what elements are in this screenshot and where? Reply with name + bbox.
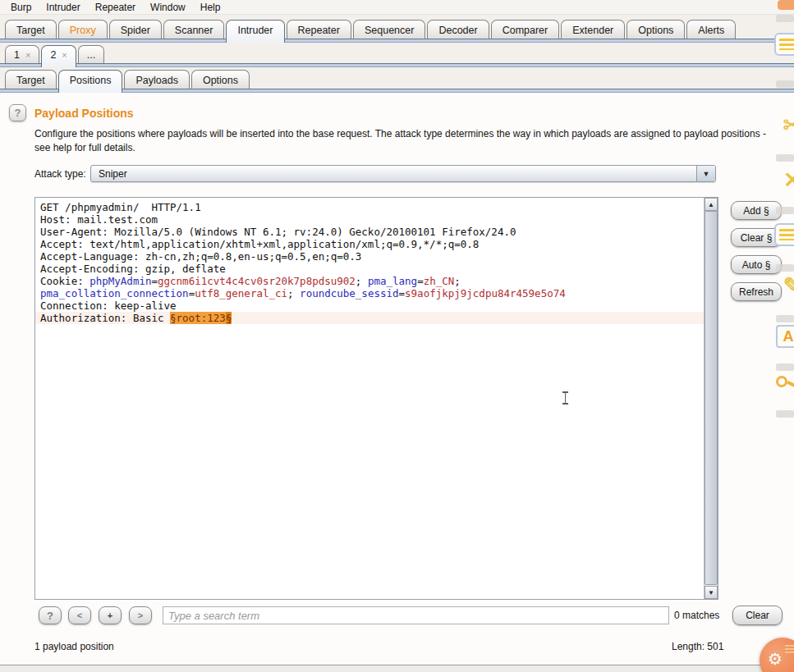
key-icon[interactable] [776,376,794,391]
search-next-button[interactable]: > [129,606,152,624]
menu-bar: BurpIntruderRepeaterWindowHelp [0,0,794,15]
auto-marker-button[interactable]: Auto § [731,255,782,274]
key-ring [776,376,787,387]
tab-decoder[interactable]: Decoder [427,20,489,39]
payload-marker: §root:123 [170,312,226,324]
tab-label: Decoder [438,25,477,36]
tab-spider[interactable]: Spider [109,20,162,39]
overlay-label-fragment [776,315,794,322]
menu-help[interactable]: Help [193,2,228,13]
bottom-bar [0,665,794,672]
tab-proxy[interactable]: Proxy [58,20,108,39]
cross-icon[interactable]: ✕ [783,167,794,194]
request-segment: zh_CN [424,275,455,287]
tab-target[interactable]: Target [5,20,57,39]
tab-band [0,63,794,67]
overlay-label-fragment [776,15,794,22]
request-line: Accept: text/html,application/xhtml+xml,… [40,238,704,250]
attack-type-label: Attack type: [34,168,86,180]
menu-burp[interactable]: Burp [3,2,39,13]
main-tab-strip: TargetProxySpiderScannerIntruderRepeater… [0,15,794,43]
tab-intruder[interactable]: Intruder [226,20,284,43]
request-segment: roundcube_sessid [300,287,398,299]
tab-2[interactable]: 2× [41,45,76,67]
arrow-up-icon: ▲ [708,201,714,208]
search-help-button[interactable]: ? [39,606,62,624]
match-count: 0 matches [674,610,719,621]
search-previous-button[interactable]: < [68,606,91,624]
menu-intruder[interactable]: Intruder [39,2,87,13]
request-text[interactable]: GET /phpmyadmin/ HTTP/1.1Host: mail.test… [35,198,704,599]
request-segment: ; [454,275,461,287]
tab-label: Options [638,25,673,36]
request-segment: = [151,275,158,287]
record-icon[interactable] [774,33,794,56]
close-icon[interactable]: × [62,51,67,60]
tab-label: Alerts [698,25,724,36]
tab-options[interactable]: Options [626,20,685,39]
tab-label: Payloads [135,75,177,86]
tab-label: Comparer [503,25,548,36]
tab-scanner[interactable]: Scanner [163,20,225,39]
tab-label: Intruder [237,25,273,36]
request-segment: s9aofjkpj9jcdpu84r459e5o74 [405,287,566,299]
chevron-down-icon: ▼ [703,170,710,178]
request-segment: User-Agent: Mozilla/5.0 (Windows NT 6.1;… [40,226,516,238]
tab-label: 1 [14,49,20,61]
tab-1[interactable]: 1× [5,45,39,63]
request-segment: phpMyAdmin [89,275,151,287]
overlay-toolbar-fragment [778,0,794,10]
tab-label: Spider [121,25,150,36]
tab-label: Options [203,75,238,86]
attack-type-value: Sniper [91,168,696,180]
tab-payloads[interactable]: Payloads [124,70,189,89]
attack-tab-strip: 1×2×... [0,43,794,67]
request-segment: GET /phpmyadmin/ HTTP/1.1 [40,201,201,213]
intruder-tab-strip: TargetPositionsPayloadsOptions [0,67,794,93]
tab-comparer[interactable]: Comparer [491,20,560,39]
dropdown-arrow-button[interactable]: ▼ [696,166,715,181]
notes-lines [779,229,794,240]
request-segment: Accept: text/html,application/xhtml+xml,… [40,238,479,250]
tab-options[interactable]: Options [191,70,250,89]
menu-repeater[interactable]: Repeater [88,2,143,13]
search-add-button[interactable]: + [99,606,122,624]
text-tool-icon[interactable]: A [776,325,794,348]
tab-repeater[interactable]: Repeater [287,20,351,39]
vertical-scrollbar[interactable]: ▲ ▼ [704,198,718,599]
payload-marker: § [226,312,232,324]
add-marker-button[interactable]: Add § [731,201,782,220]
tab-target[interactable]: Target [5,70,57,89]
record-lines [779,39,794,50]
tab-alerts[interactable]: Alerts [686,20,736,39]
tab-label: Proxy [70,25,96,36]
request-editor[interactable]: GET /phpmyadmin/ HTTP/1.1Host: mail.test… [34,197,718,600]
tab-[interactable]: ... [78,45,104,63]
search-clear-button[interactable]: Clear [732,606,783,625]
scrollbar-thumb[interactable] [705,211,718,585]
tab-extender[interactable]: Extender [561,20,625,39]
scissors-icon[interactable]: ✂ [783,112,794,139]
request-segment: ; [356,275,368,287]
request-segment: ggcnm6i1cvt4c4cv0sr20k7p8pdsu902 [158,275,356,287]
tab-positions[interactable]: Positions [58,70,123,93]
help-button[interactable]: ? [9,104,26,121]
close-icon[interactable]: × [25,51,30,60]
request-segment: = [417,275,424,287]
wrench-lines [785,645,794,654]
notes-icon[interactable] [774,223,794,246]
search-input[interactable] [163,606,669,624]
key-stem [787,381,794,391]
tab-label: Sequencer [365,25,414,36]
request-segment: Accept-Encoding: gzip, deflate [40,263,226,275]
scroll-down-button[interactable]: ▼ [705,586,718,599]
attack-type-dropdown[interactable]: Sniper ▼ [90,165,716,182]
pencil-icon[interactable]: ✎ [783,272,794,299]
scroll-up-button[interactable]: ▲ [705,198,718,211]
tab-sequencer[interactable]: Sequencer [353,20,425,39]
menu-window[interactable]: Window [143,2,193,13]
request-segment: Connection: keep-alive [40,299,177,312]
request-line: User-Agent: Mozilla/5.0 (Windows NT 6.1;… [40,226,704,238]
refresh-button[interactable]: Refresh [731,282,782,301]
request-segment: Authorization: Basic [40,312,170,324]
